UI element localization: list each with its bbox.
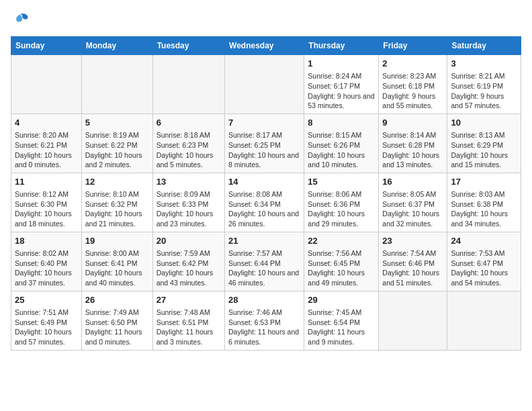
day-info: Sunrise: 8:13 AM — [451, 130, 517, 140]
table-row: 4Sunrise: 8:20 AMSunset: 6:21 PMDaylight… — [11, 113, 82, 173]
day-info: Sunrise: 7:48 AM — [157, 308, 221, 318]
day-info: Sunset: 6:40 PM — [15, 259, 78, 269]
day-info: Sunset: 6:50 PM — [85, 318, 149, 328]
day-info: Sunrise: 7:56 AM — [308, 248, 375, 259]
day-number: 12 — [85, 176, 149, 188]
day-info: Sunset: 6:26 PM — [308, 140, 375, 150]
day-info: Sunset: 6:23 PM — [157, 140, 221, 150]
day-info: Sunset: 6:25 PM — [228, 140, 300, 150]
day-info: Daylight: 11 hours and 9 minutes. — [308, 327, 375, 347]
table-row: 26Sunrise: 7:49 AMSunset: 6:50 PMDayligh… — [81, 291, 152, 350]
day-info: Daylight: 10 hours and 23 minutes. — [157, 209, 221, 228]
day-number: 4 — [15, 117, 78, 129]
table-row — [225, 55, 304, 114]
table-row: 10Sunrise: 8:13 AMSunset: 6:29 PMDayligh… — [447, 113, 521, 173]
day-info: Sunrise: 8:19 AM — [85, 130, 149, 140]
table-row: 13Sunrise: 8:09 AMSunset: 6:33 PMDayligh… — [152, 173, 224, 232]
day-info: Daylight: 10 hours and 43 minutes. — [157, 268, 221, 287]
day-info: Daylight: 10 hours and 2 minutes. — [85, 150, 149, 170]
day-number: 5 — [85, 117, 149, 129]
col-header-monday: Monday — [81, 37, 152, 55]
table-row: 8Sunrise: 8:15 AMSunset: 6:26 PMDaylight… — [304, 113, 379, 173]
day-number: 13 — [157, 176, 221, 188]
day-info: Sunset: 6:49 PM — [15, 318, 78, 328]
day-number: 1 — [308, 58, 375, 70]
table-row — [152, 55, 224, 114]
day-info: Sunrise: 8:20 AM — [15, 130, 78, 140]
day-number: 6 — [157, 117, 221, 129]
table-row: 28Sunrise: 7:46 AMSunset: 6:53 PMDayligh… — [225, 291, 304, 350]
day-info: Sunrise: 7:57 AM — [228, 248, 300, 259]
table-row: 1Sunrise: 8:24 AMSunset: 6:17 PMDaylight… — [304, 55, 379, 114]
day-info: Daylight: 10 hours and 18 minutes. — [15, 209, 78, 228]
col-header-friday: Friday — [379, 37, 447, 55]
day-number: 20 — [157, 235, 221, 247]
table-row: 16Sunrise: 8:05 AMSunset: 6:37 PMDayligh… — [379, 173, 447, 232]
day-info: Sunrise: 8:03 AM — [451, 189, 517, 199]
table-row: 2Sunrise: 8:23 AMSunset: 6:18 PMDaylight… — [379, 55, 447, 114]
day-info: Daylight: 11 hours and 0 minutes. — [85, 327, 149, 347]
day-info: Sunset: 6:36 PM — [308, 199, 375, 210]
day-info: Daylight: 10 hours and 49 minutes. — [308, 268, 375, 287]
day-info: Sunset: 6:44 PM — [228, 259, 300, 269]
day-info: Daylight: 10 hours and 26 minutes. — [228, 209, 300, 228]
day-info: Sunrise: 7:51 AM — [15, 308, 78, 318]
day-info: Sunset: 6:33 PM — [157, 199, 221, 210]
day-info: Sunrise: 8:09 AM — [157, 189, 221, 199]
day-info: Sunrise: 8:12 AM — [15, 189, 78, 199]
day-info: Sunrise: 8:15 AM — [308, 130, 375, 140]
day-number: 8 — [308, 117, 375, 129]
day-number: 11 — [15, 176, 78, 188]
day-info: Daylight: 10 hours and 40 minutes. — [85, 268, 149, 287]
day-info: Sunset: 6:34 PM — [228, 199, 300, 210]
day-info: Sunset: 6:28 PM — [382, 140, 443, 150]
table-row: 20Sunrise: 7:59 AMSunset: 6:42 PMDayligh… — [152, 232, 224, 291]
day-number: 24 — [451, 235, 517, 247]
page-header — [11, 11, 521, 30]
table-row: 17Sunrise: 8:03 AMSunset: 6:38 PMDayligh… — [447, 173, 521, 232]
day-number: 19 — [85, 235, 149, 247]
day-number: 15 — [308, 176, 375, 188]
day-info: Sunrise: 7:45 AM — [308, 308, 375, 318]
day-number: 28 — [228, 294, 300, 306]
day-info: Sunset: 6:37 PM — [382, 199, 443, 210]
day-number: 29 — [308, 294, 375, 306]
table-row: 29Sunrise: 7:45 AMSunset: 6:54 PMDayligh… — [304, 291, 379, 350]
day-info: Sunrise: 8:08 AM — [228, 189, 300, 199]
day-info: Sunset: 6:51 PM — [157, 318, 221, 328]
col-header-saturday: Saturday — [447, 37, 521, 55]
day-info: Sunset: 6:32 PM — [85, 199, 149, 210]
day-info: Sunrise: 8:05 AM — [382, 189, 443, 199]
day-info: Sunset: 6:38 PM — [451, 199, 517, 210]
day-info: Sunrise: 8:06 AM — [308, 189, 375, 199]
day-info: Daylight: 11 hours and 3 minutes. — [157, 327, 221, 347]
table-row: 21Sunrise: 7:57 AMSunset: 6:44 PMDayligh… — [225, 232, 304, 291]
day-number: 3 — [451, 58, 517, 70]
day-info: Daylight: 10 hours and 37 minutes. — [15, 268, 78, 287]
day-number: 22 — [308, 235, 375, 247]
table-row: 5Sunrise: 8:19 AMSunset: 6:22 PMDaylight… — [81, 113, 152, 173]
day-number: 10 — [451, 117, 517, 129]
day-info: Daylight: 10 hours and 46 minutes. — [228, 268, 300, 287]
day-info: Sunset: 6:19 PM — [451, 81, 517, 91]
day-info: Sunset: 6:21 PM — [15, 140, 78, 150]
day-info: Sunrise: 8:00 AM — [85, 248, 149, 259]
day-info: Sunrise: 7:54 AM — [382, 248, 443, 259]
day-info: Sunrise: 8:23 AM — [382, 71, 443, 81]
table-row: 9Sunrise: 8:14 AMSunset: 6:28 PMDaylight… — [379, 113, 447, 173]
table-row: 27Sunrise: 7:48 AMSunset: 6:51 PMDayligh… — [152, 291, 224, 350]
day-info: Daylight: 10 hours and 57 minutes. — [15, 327, 78, 347]
day-info: Daylight: 10 hours and 29 minutes. — [308, 209, 375, 228]
day-info: Daylight: 10 hours and 21 minutes. — [85, 209, 149, 228]
table-row: 11Sunrise: 8:12 AMSunset: 6:30 PMDayligh… — [11, 173, 82, 232]
col-header-sunday: Sunday — [11, 37, 82, 55]
col-header-tuesday: Tuesday — [152, 37, 224, 55]
day-info: Sunrise: 8:18 AM — [157, 130, 221, 140]
day-info: Sunset: 6:46 PM — [382, 259, 443, 269]
table-row: 18Sunrise: 8:02 AMSunset: 6:40 PMDayligh… — [11, 232, 82, 291]
day-info: Sunset: 6:47 PM — [451, 259, 517, 269]
day-info: Daylight: 9 hours and 55 minutes. — [382, 91, 443, 111]
day-info: Daylight: 10 hours and 51 minutes. — [382, 268, 443, 287]
day-info: Sunrise: 7:46 AM — [228, 308, 300, 318]
day-number: 26 — [85, 294, 149, 306]
